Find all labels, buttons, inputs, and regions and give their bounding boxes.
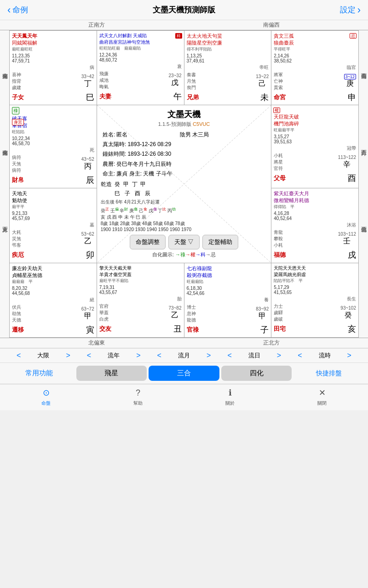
- dalimit-next[interactable]: >: [66, 351, 70, 360]
- cell-guanlu: 七右祿副龍 殺弼存截德 旺廟廟陷 6,18,3042,54,66 養 博士 息神…: [184, 263, 272, 338]
- cell3-desc: 得不利平陷陷: [187, 46, 269, 52]
- back-icon: [7, 4, 11, 16]
- cell10-numbers: 8,20,3244,56,68: [12, 286, 94, 296]
- main-area: 南偏東 東偏南 正東方 天天鳳天年 同鉞閣福解 廟旺廟旺旺 11,23,3547…: [0, 30, 368, 338]
- dir-west-north: 西偏北: [359, 184, 368, 261]
- cell10-palace: 遷移 寅: [12, 324, 94, 335]
- cell4-stars1: 貪文三孤: [274, 33, 356, 40]
- cell7-badge-quan: 權: [273, 107, 280, 113]
- liuri-label: 流日: [248, 351, 260, 360]
- tab-feixing[interactable]: 飛星: [76, 366, 147, 381]
- cell12-status: 養: [264, 297, 269, 303]
- cell8-agerange: 大耗 災煞 弔客 53~62 乙: [12, 229, 94, 249]
- cell11-status: 胎: [177, 296, 182, 302]
- cell13-agerange: 力士 歲驛 歲破 93~102 癸: [274, 303, 356, 322]
- tabbar-about[interactable]: ℹ 關於: [184, 386, 276, 407]
- cell-fuqi: 科 武天文八封解劃 天咸陷 曲府昌座宮詰神句空池煞 旺旺陷旺廟 廟廟廟陷 12,…: [97, 31, 184, 105]
- cell10-stars2: 貞輔星巫煞德: [12, 272, 94, 279]
- tabbar-help[interactable]: ? 幫助: [92, 386, 184, 407]
- cell3-palace: 兄弟 未: [187, 92, 269, 103]
- dalimit-prev[interactable]: <: [17, 351, 21, 360]
- cell12-desc: 旺廟廟陷: [187, 279, 269, 285]
- cell-fude: 紫天紅臺天大月 微相鸞輔月耗德 得得陷 平 4,16,2840,52,64 沐浴…: [271, 188, 359, 263]
- liuri-prev[interactable]: <: [227, 351, 231, 360]
- cell13-desc: 陷陷平陷不 平: [274, 278, 356, 284]
- cell2-palace: 夫妻 午: [99, 91, 182, 102]
- tabbar-help-label: 幫助: [133, 400, 143, 407]
- cmd-assist[interactable]: 定盤輔助: [202, 235, 238, 249]
- dir-west-south: 西偏南: [359, 30, 368, 107]
- settings-label[interactable]: 設定: [340, 5, 356, 15]
- tab-quick[interactable]: 快捷排盤: [293, 366, 364, 381]
- cell8-numbers: 9,21,3345,57,69: [12, 211, 94, 221]
- cell9-status: 沐浴: [347, 222, 356, 228]
- cell-minggong: 忌 貪文三孤 狼曲臺辰 平得旺平 2,14,2638,50,62 臨官 將軍 亡…: [271, 31, 359, 105]
- cmd-tianpan[interactable]: 天盤 ▽: [168, 235, 200, 249]
- back-label[interactable]: 命例: [12, 5, 28, 15]
- tabbar-mingpan-icon: ⊙: [40, 386, 52, 399]
- cmd-adjust[interactable]: 命盤調整: [130, 235, 166, 249]
- center-info: 文墨天機 1.1.5-預測師版 C5VUC 姓名: 匿名 陰男 木三局 真太陽時…: [97, 105, 272, 263]
- liuyear-next[interactable]: >: [136, 351, 140, 360]
- cell1-stars2: 同鉞閣福解: [12, 40, 94, 46]
- cell2-numbers: 12,24,3648,60,72: [99, 52, 182, 62]
- bottom-tabbar: ⊙ 命盤 ? 幫助 ℹ 關於 ✕ 關閉: [0, 384, 368, 410]
- dir-south: 正南方: [9, 20, 184, 30]
- cell13-stars2: 梁羅馬姚光廚虛: [274, 271, 356, 278]
- cell1-palace: 子女 巳: [12, 92, 94, 103]
- liushi-prev[interactable]: <: [298, 351, 302, 360]
- cell-tianzhai: 天陀天天恩天天 梁羅馬姚光廚虛 陷陷平陷不 平 5,17,2941,53,65 …: [271, 263, 359, 338]
- cell13-status: 長生: [347, 296, 356, 302]
- cell5-stars2: 軍喜宿: [12, 122, 94, 129]
- cell2-stars1: 武天文八封解劃 天咸陷: [99, 33, 182, 39]
- cell2-stars2: 曲府昌座宮詰神句空池煞: [99, 39, 182, 45]
- tab-sange[interactable]: 三合: [149, 366, 219, 381]
- cell3-status: 帝旺: [259, 64, 269, 71]
- center-qian2: 巳 子 酉 辰: [101, 190, 268, 198]
- cell11-palace: 交友 丑: [99, 323, 182, 334]
- dir-north-east: [0, 261, 9, 338]
- cell-fumu: 權 天巨龍天破 機門池壽碎 旺廟廟平平 3,15,2739,51,63 冠帶 小…: [271, 105, 359, 188]
- cell7-agerange: 小耗 將星 官符 113~122 辛: [274, 153, 356, 172]
- back-button[interactable]: 命例: [7, 4, 28, 16]
- cell12-palace: 官祿 子: [187, 324, 269, 335]
- cell11-stars1: 擎天天天截天華: [99, 265, 182, 271]
- liuyear-prev[interactable]: <: [87, 351, 91, 360]
- liuyue-prev[interactable]: <: [157, 351, 161, 360]
- tabbar-mingpan[interactable]: ⊙ 命盤: [0, 386, 92, 407]
- cell1-stars: 天天鳳天年: [12, 33, 94, 40]
- center-yun-info: 癸正 壬偏 辛財 庚傷 己食 戊傷 丁比 丙劫 亥 戌 酉 申 未 午 巳 辰 …: [101, 207, 268, 232]
- dir-northeast: 北偏東: [9, 338, 184, 348]
- tab-common[interactable]: 常用功能: [4, 366, 75, 381]
- settings-button[interactable]: 設定: [340, 4, 361, 16]
- liushi-next[interactable]: >: [347, 351, 351, 360]
- cell4-badge-ji: 忌: [350, 33, 356, 39]
- cell11-numbers: 7,19,3143,55,67: [99, 285, 182, 295]
- liuri-next[interactable]: >: [277, 351, 281, 360]
- cell5-badge-shengong: 身宮: [12, 119, 24, 125]
- cell8-desc: 廟平平: [12, 204, 94, 210]
- cell8-stars2: 魁劫使: [12, 197, 94, 204]
- cell4-status: 臨官: [347, 64, 356, 71]
- page-title: 文墨天機預測師版: [153, 5, 215, 15]
- cell5-agerange: 病符 天煞 病符 43~52 丙: [12, 154, 94, 174]
- dir-east: 正東方: [0, 184, 9, 261]
- dir-north-west: [359, 261, 368, 338]
- cell10-status: 絕: [90, 297, 94, 303]
- cell4-stars2: 狼曲臺辰: [274, 40, 356, 46]
- cell7-stars1: 天巨龍天破: [274, 113, 356, 120]
- liuyue-next[interactable]: >: [207, 351, 211, 360]
- cell1-desc: 廟旺廟旺旺: [12, 46, 94, 52]
- cell1-numbers: 11,23,3547,59,71: [12, 53, 94, 63]
- cell7-stars2: 機門池壽碎: [274, 120, 356, 127]
- cell-qianyi: 廉左鈴天劫天 貞輔星巫煞德 廟廟廟 平 8,20,3244,56,68 絕 伏兵…: [10, 263, 97, 338]
- cell1-status: 病: [90, 64, 94, 71]
- tabbar-close[interactable]: ✕ 關閉: [276, 386, 368, 407]
- dir-east-south: 東偏南: [0, 107, 9, 184]
- cell10-agerange: 伏兵 劫煞 天德 63~72 甲: [12, 304, 94, 323]
- cell2-desc: 旺旺陷旺廟 廟廟廟陷: [99, 45, 182, 51]
- tab-sihua[interactable]: 四化: [221, 366, 292, 381]
- center-birth-calc: 出生後 6年 4月21天八字起運: [101, 199, 268, 205]
- liuyear-label: 流年: [108, 351, 120, 360]
- cell13-numbers: 5,17,2941,53,65: [274, 285, 356, 295]
